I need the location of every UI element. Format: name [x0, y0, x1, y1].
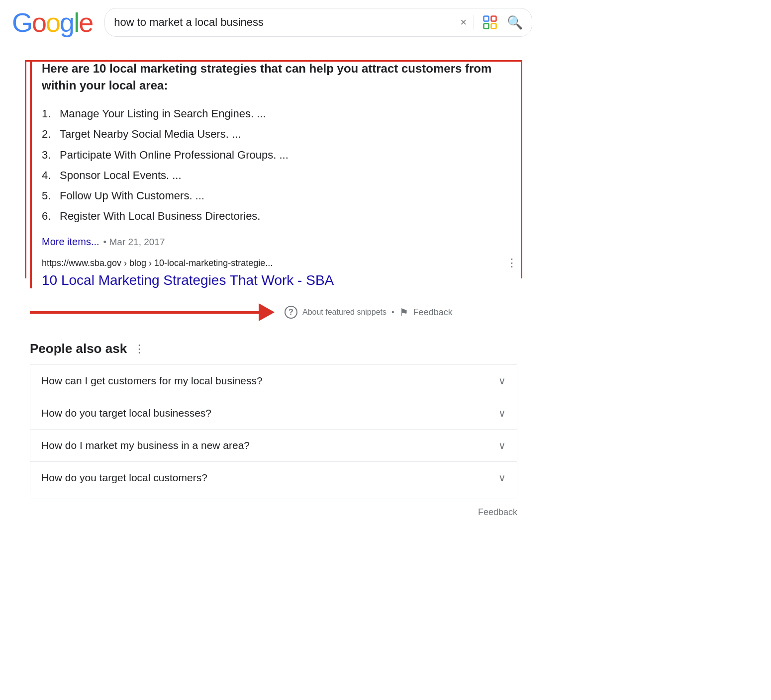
- list-item: 3.Participate With Online Professional G…: [42, 145, 517, 165]
- search-input[interactable]: [114, 16, 460, 29]
- snippet-heading: Here are 10 local marketing strategies t…: [42, 60, 517, 93]
- header: Google × 🔍: [0, 0, 771, 45]
- snippet-date: • Mar 21, 2017: [103, 237, 165, 248]
- source-row: https://www.sba.gov › blog › 10-local-ma…: [42, 257, 517, 269]
- chevron-down-icon-3: ∨: [498, 439, 506, 451]
- list-item: 5.Follow Up With Customers. ...: [42, 185, 517, 206]
- chevron-down-icon-4: ∨: [498, 472, 506, 484]
- red-arrow-annotation: [30, 303, 275, 321]
- snippet-list: 1.Manage Your Listing in Search Engines.…: [42, 103, 517, 226]
- svg-rect-2: [484, 24, 489, 29]
- result-title[interactable]: 10 Local Marketing Strategies That Work …: [42, 272, 517, 288]
- paa-item-3[interactable]: How do I market my business in a new are…: [30, 429, 517, 461]
- chevron-down-icon-2: ∨: [498, 407, 506, 419]
- list-item: 6.Register With Local Business Directori…: [42, 206, 517, 226]
- search-icon[interactable]: 🔍: [507, 15, 523, 30]
- svg-rect-1: [491, 16, 496, 21]
- feedback-text[interactable]: Feedback: [413, 307, 453, 318]
- paa-options-icon[interactable]: ⋮: [134, 343, 145, 355]
- main-content: Here are 10 local marketing strategies t…: [0, 45, 547, 545]
- google-logo[interactable]: Google: [12, 7, 93, 38]
- about-snippets-row: ? About featured snippets • ⚑ Feedback: [285, 306, 453, 319]
- snippet-footer: ? About featured snippets • ⚑ Feedback: [30, 303, 517, 321]
- people-also-ask-section: People also ask ⋮ How can I get customer…: [30, 341, 517, 525]
- more-items-link[interactable]: More items...: [42, 236, 99, 248]
- list-item: 2.Target Nearby Social Media Users. ...: [42, 124, 517, 144]
- search-bar-wrapper: × 🔍: [104, 8, 532, 37]
- paa-question-3: How do I market my business in a new are…: [41, 439, 250, 451]
- search-bar: × 🔍: [104, 8, 532, 37]
- red-arrowhead: [259, 303, 275, 321]
- paa-question-1: How can I get customers for my local bus…: [41, 375, 263, 387]
- more-options-icon[interactable]: ⋮: [506, 257, 517, 269]
- paa-item-1[interactable]: How can I get customers for my local bus…: [30, 364, 517, 397]
- svg-rect-3: [491, 24, 496, 29]
- chevron-down-icon-1: ∨: [498, 375, 506, 387]
- bottom-feedback-row: Feedback: [30, 499, 517, 525]
- clear-icon[interactable]: ×: [460, 16, 467, 29]
- about-snippets-text[interactable]: About featured snippets: [302, 308, 386, 317]
- question-icon[interactable]: ?: [285, 306, 297, 319]
- source-url: https://www.sba.gov › blog › 10-local-ma…: [42, 258, 501, 268]
- paa-title: People also ask: [30, 341, 127, 356]
- paa-item-4[interactable]: How do you target local customers? ∨: [30, 461, 517, 494]
- red-arrow-line: [30, 311, 259, 314]
- list-item: 4.Sponsor Local Events. ...: [42, 165, 517, 185]
- paa-header: People also ask ⋮: [30, 341, 517, 356]
- paa-question-2: How do you target local businesses?: [41, 407, 211, 419]
- paa-item-2[interactable]: How do you target local businesses? ∨: [30, 397, 517, 429]
- dot-separator: •: [391, 308, 394, 317]
- paa-question-4: How do you target local customers?: [41, 472, 207, 484]
- camera-icon[interactable]: [481, 13, 499, 31]
- featured-snippet: Here are 10 local marketing strategies t…: [30, 60, 517, 288]
- search-divider: [474, 15, 474, 29]
- svg-rect-0: [484, 16, 489, 21]
- list-item: 1.Manage Your Listing in Search Engines.…: [42, 103, 517, 124]
- bottom-feedback-text[interactable]: Feedback: [478, 507, 517, 518]
- feedback-icon: ⚑: [399, 306, 408, 318]
